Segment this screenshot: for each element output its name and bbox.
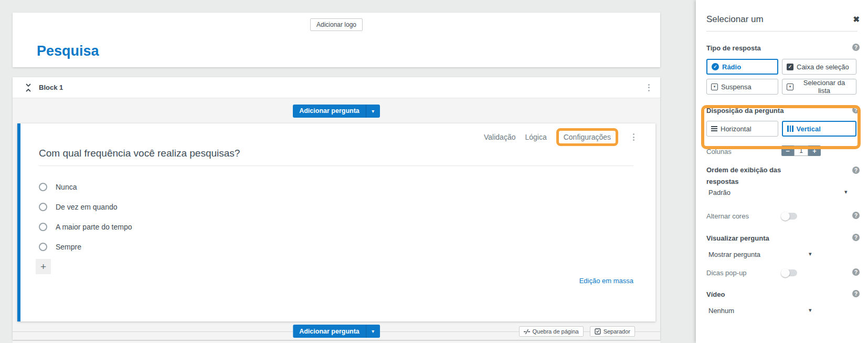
select-list-type-icon: ▾	[787, 84, 793, 90]
columns-label: Colunas	[706, 148, 732, 155]
columns-stepper: − +	[781, 145, 821, 156]
question-text[interactable]: Com qual frequência você realiza pesquis…	[39, 148, 240, 159]
tab-settings[interactable]: Configurações	[564, 133, 611, 141]
alternate-colors-toggle[interactable]	[781, 213, 797, 220]
page-break-label: Quebra de página	[533, 328, 579, 335]
alternate-colors-help-icon[interactable]: ?	[852, 212, 860, 219]
video-label: Vídeo	[706, 290, 725, 298]
radio-type-icon: ✓	[712, 63, 719, 70]
next-block-strip	[13, 340, 660, 343]
alternate-colors-label: Alternar cores	[706, 212, 749, 220]
type-checkbox-button[interactable]: ✓ Caixa de seleção	[782, 59, 856, 75]
choice-row[interactable]: Nunca	[39, 177, 132, 197]
question-divider	[39, 165, 633, 166]
block-kebab-menu-icon[interactable]	[646, 82, 652, 93]
popup-hints-label: Dicas pop-up	[706, 269, 747, 277]
layout-vertical-label: Vertical	[797, 125, 821, 133]
settings-sidebar: Selecionar um ✖ Tipo de resposta ? ✓ Rád…	[696, 0, 868, 343]
choice-label: A maior parte do tempo	[56, 223, 132, 231]
columns-value-input[interactable]	[794, 145, 808, 156]
collapse-block-icon[interactable]	[25, 84, 31, 92]
view-question-label: Visualizar pergunta	[706, 234, 769, 242]
bulk-edit-link[interactable]: Edição em massa	[579, 277, 633, 285]
order-help-icon[interactable]: ?	[852, 167, 860, 174]
add-question-button-top[interactable]: Adicionar pergunta	[293, 105, 366, 118]
type-radio-button[interactable]: ✓ Rádio	[706, 59, 778, 75]
layout-help-icon[interactable]: ?	[852, 106, 860, 113]
type-radio-label: Rádio	[722, 63, 741, 71]
video-help-icon[interactable]: ?	[852, 290, 860, 297]
radio-icon	[39, 183, 47, 191]
sidebar-title: Selecionar um	[706, 14, 764, 25]
question-toolbar: Validação Lógica Configurações	[484, 128, 637, 146]
add-logo-button[interactable]: Adicionar logo	[310, 18, 363, 31]
sidebar-divider	[706, 31, 858, 32]
order-select[interactable]: Padrão	[708, 189, 731, 196]
plus-icon: +	[40, 262, 46, 272]
survey-header-card: Adicionar logo Pesquisa	[13, 13, 660, 67]
separator-button[interactable]: Separador	[590, 326, 635, 337]
layout-horizontal-label: Horizontal	[721, 125, 751, 133]
block-bottom-actions: Quebra de página Separador	[519, 326, 635, 337]
block-name[interactable]: Block 1	[39, 84, 63, 91]
radio-icon	[39, 223, 47, 231]
choice-label: Sempre	[56, 243, 81, 251]
response-type-help-icon[interactable]: ?	[852, 44, 860, 51]
video-caret-down-icon[interactable]: ▾	[809, 307, 812, 314]
separator-label: Separador	[604, 328, 630, 335]
view-question-select[interactable]: Mostrar pergunta	[708, 251, 760, 258]
view-question-help-icon[interactable]: ?	[852, 234, 860, 241]
columns-decrement-button[interactable]: −	[781, 145, 794, 156]
separator-icon	[595, 328, 601, 335]
choice-list: Nunca De vez em quando A maior parte do …	[39, 177, 132, 257]
popup-hints-help-icon[interactable]: ?	[852, 268, 860, 276]
add-question-button-bottom[interactable]: Adicionar pergunta	[293, 325, 366, 338]
add-choice-button[interactable]: +	[36, 259, 51, 274]
view-question-caret-down-icon[interactable]: ▾	[809, 251, 812, 257]
close-icon[interactable]: ✖	[853, 15, 860, 24]
layout-label: Disposição da pergunta	[706, 107, 784, 115]
question-kebab-menu-icon[interactable]	[631, 131, 637, 143]
block-header: Block 1	[13, 77, 660, 98]
caret-down-icon: ▾	[372, 328, 374, 334]
choice-row[interactable]: A maior parte do tempo	[39, 217, 132, 237]
horizontal-layout-icon	[711, 126, 717, 131]
question-card: Validação Lógica Configurações Com qual …	[17, 123, 655, 321]
order-caret-down-icon[interactable]: ▾	[844, 189, 848, 195]
add-question-dropdown-top[interactable]: ▾	[366, 105, 380, 118]
caret-down-icon: ▾	[372, 108, 374, 114]
choice-label: De vez em quando	[56, 203, 118, 211]
dropdown-type-icon: ▾	[711, 84, 718, 90]
type-checkbox-label: Caixa de seleção	[797, 63, 849, 71]
page-break-icon	[524, 329, 530, 335]
settings-highlight-box: Configurações	[556, 128, 618, 146]
add-question-dropdown-bottom[interactable]: ▾	[366, 325, 380, 338]
choice-label: Nunca	[56, 183, 77, 191]
layout-horizontal-button[interactable]: Horizontal	[706, 121, 778, 137]
choice-row[interactable]: Sempre	[39, 237, 132, 257]
add-question-row-top: Adicionar pergunta ▾	[13, 98, 660, 123]
radio-icon	[39, 203, 47, 211]
response-type-label: Tipo de resposta	[706, 44, 761, 52]
order-label-line1: Ordem de exibição das	[706, 166, 781, 174]
type-select-list-label: Selecionar da lista	[797, 79, 852, 95]
block-container: Block 1 Adicionar pergunta ▾ Validação L…	[13, 77, 660, 340]
radio-icon	[39, 243, 47, 251]
layout-vertical-button[interactable]: Vertical	[782, 121, 856, 137]
page-break-button[interactable]: Quebra de página	[519, 326, 584, 337]
vertical-layout-icon	[787, 126, 793, 132]
checkbox-type-icon: ✓	[787, 64, 793, 70]
survey-title[interactable]: Pesquisa	[37, 43, 99, 59]
tab-logic[interactable]: Lógica	[525, 133, 546, 141]
columns-increment-button[interactable]: +	[808, 145, 821, 156]
order-label-line2: respostas	[706, 178, 738, 185]
type-dropdown-label: Suspensa	[721, 83, 751, 91]
video-select[interactable]: Nenhum	[708, 307, 734, 315]
type-select-list-button[interactable]: ▾ Selecionar da lista	[782, 79, 856, 95]
tab-validation[interactable]: Validação	[484, 133, 515, 141]
choice-row[interactable]: De vez em quando	[39, 197, 132, 217]
type-dropdown-button[interactable]: ▾ Suspensa	[706, 79, 778, 95]
popup-hints-toggle[interactable]	[781, 269, 797, 276]
